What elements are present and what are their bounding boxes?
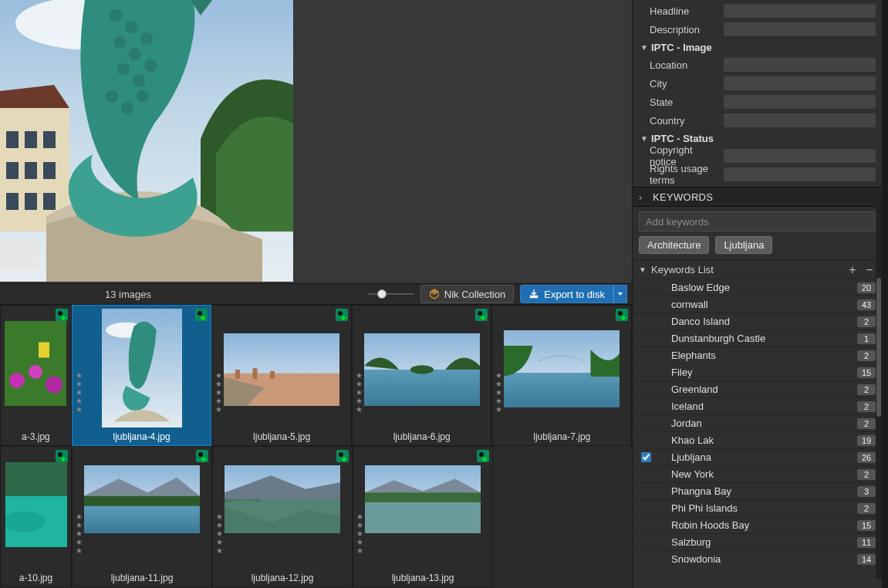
- keyword-list-item[interactable]: Salzburg 11: [633, 533, 882, 550]
- keyword-count: 11: [857, 537, 876, 548]
- keyword-list-item[interactable]: Jordan 2: [633, 414, 882, 431]
- keyword-name: Salzburg: [657, 536, 853, 548]
- add-keywords-input[interactable]: Add keywords: [639, 211, 876, 231]
- svg-point-25: [121, 102, 133, 114]
- svg-rect-27: [0, 239, 39, 270]
- export-badge-icon: [475, 309, 488, 321]
- thumbnail[interactable]: ★★★★★ ljubljana-11.jpg: [72, 446, 212, 587]
- export-to-disk-button[interactable]: Export to disk: [520, 285, 613, 303]
- keyword-tag[interactable]: Architecture: [639, 236, 709, 254]
- svg-point-21: [144, 59, 157, 72]
- keyword-list-item[interactable]: Baslow Edge 20: [633, 279, 882, 296]
- disclosure-triangle-icon: ▼: [640, 134, 648, 143]
- thumbnail-filename: a-3.jpg: [1, 431, 71, 442]
- keyword-list-item[interactable]: Greenland 2: [633, 380, 882, 397]
- keyword-list-item[interactable]: Danco Island 2: [633, 313, 882, 329]
- svg-rect-57: [365, 502, 481, 533]
- keyword-list-item[interactable]: cornwall 43: [633, 296, 882, 313]
- rating-stars[interactable]: ★★★★★: [356, 513, 363, 555]
- field-input[interactable]: [724, 149, 876, 163]
- svg-point-22: [117, 63, 130, 76]
- iptc-image-section[interactable]: ▼ IPTC - Image: [639, 39, 876, 56]
- field-input[interactable]: [724, 167, 876, 181]
- keyword-list-item[interactable]: Khao Lak 19: [633, 431, 882, 448]
- field-label: City: [639, 78, 719, 90]
- svg-rect-8: [25, 131, 37, 148]
- svg-point-31: [29, 365, 42, 379]
- keyword-checkbox[interactable]: [639, 452, 653, 462]
- svg-rect-56: [365, 492, 481, 502]
- keyword-count: 2: [857, 418, 876, 429]
- keyword-list-item[interactable]: Ljubljana 26: [633, 448, 882, 465]
- keyword-list-item[interactable]: Phangna Bay 3: [633, 482, 882, 499]
- thumbnail-size-slider[interactable]: [368, 289, 414, 299]
- thumbnail[interactable]: ★★★★★ ljubljana-4.jpg: [72, 305, 212, 446]
- export-dropdown-button[interactable]: [613, 285, 627, 303]
- thumbnail[interactable]: ★★★★★ ljubljana-7.jpg: [491, 305, 632, 446]
- keyword-name: Iceland: [657, 400, 853, 412]
- field-input[interactable]: [724, 58, 876, 72]
- keyword-name: Filey: [657, 367, 853, 378]
- field-input[interactable]: [724, 76, 876, 90]
- keyword-list-item[interactable]: Dunstanburgh Castle 1: [633, 329, 882, 346]
- keyword-count: 20: [857, 282, 876, 293]
- rating-stars[interactable]: ★★★★★: [215, 372, 222, 414]
- svg-rect-12: [43, 162, 56, 179]
- rating-stars[interactable]: ★★★★★: [216, 513, 223, 555]
- thumbnail[interactable]: ★★★★★ ljubljana-5.jpg: [211, 305, 352, 446]
- field-input[interactable]: [724, 4, 876, 18]
- keyword-list-item[interactable]: Elephants 2: [633, 346, 882, 363]
- svg-rect-15: [43, 193, 56, 210]
- svg-rect-40: [270, 371, 275, 379]
- keyword-name: cornwall: [657, 299, 853, 310]
- keyword-list-item[interactable]: Filey 15: [633, 363, 882, 380]
- thumbnail-filename: ljubljana-7.jpg: [492, 431, 631, 442]
- field-input[interactable]: [724, 113, 876, 127]
- svg-rect-7: [6, 131, 19, 148]
- preview-image: [0, 0, 293, 282]
- rating-stars[interactable]: ★★★★★: [76, 372, 83, 414]
- remove-keyword-icon[interactable]: −: [863, 263, 876, 277]
- add-keyword-icon[interactable]: +: [846, 263, 859, 277]
- keyword-name: Danco Island: [657, 316, 853, 327]
- export-icon: [528, 289, 539, 299]
- metadata-field: Headline: [639, 2, 876, 20]
- keyword-name: Baslow Edge: [657, 282, 853, 293]
- keyword-count: 2: [857, 401, 876, 412]
- keywords-list-header[interactable]: ▼ Keywords List + −: [633, 260, 882, 279]
- metadata-field: State: [639, 93, 876, 111]
- thumbnail[interactable]: ★★★★★ ljubljana-13.jpg: [353, 446, 493, 587]
- keyword-name: Greenland: [657, 384, 853, 395]
- keyword-tag[interactable]: Ljubljana: [715, 236, 772, 254]
- rating-stars[interactable]: ★★★★★: [495, 372, 502, 414]
- keyword-name: Khao Lak: [657, 434, 853, 446]
- thumbnail[interactable]: ★★★★★ ljubljana-12.jpg: [212, 446, 353, 587]
- preview-area[interactable]: [0, 0, 632, 283]
- field-input[interactable]: [724, 95, 876, 109]
- field-input[interactable]: [724, 22, 876, 36]
- keyword-list-item[interactable]: Phi Phi Islands 2: [633, 499, 882, 516]
- rating-stars[interactable]: ★★★★★: [76, 513, 83, 555]
- export-badge-icon: [616, 309, 628, 321]
- thumbnail[interactable]: ★★★★★ ljubljana-6.jpg: [352, 305, 492, 446]
- field-label: Location: [639, 59, 719, 71]
- keyword-list-item[interactable]: Iceland 2: [633, 397, 882, 414]
- thumbnail-filename: ljubljana-6.jpg: [353, 431, 491, 442]
- thumbnail-filename: ljubljana-12.jpg: [213, 573, 352, 583]
- right-scrollbar[interactable]: [876, 201, 882, 579]
- keyword-name: Phangna Bay: [657, 485, 853, 497]
- field-label: Description: [639, 24, 719, 35]
- thumbnail[interactable]: a-10.jpg: [0, 446, 72, 587]
- svg-rect-47: [5, 462, 67, 496]
- keywords-panel-header[interactable]: › KEYWORDS: [633, 187, 882, 207]
- nik-collection-button[interactable]: Nik Collection: [420, 285, 514, 303]
- keyword-count: 15: [857, 367, 876, 378]
- keyword-list-item[interactable]: Snowdonia 14: [633, 550, 882, 567]
- thumbnail-strip[interactable]: a-3.jpg ★★★★★ ljubljana-4.jpg ★★★★★ ljub…: [0, 305, 632, 588]
- metadata-field: Location: [639, 56, 876, 74]
- keyword-list-item[interactable]: New York 2: [633, 465, 882, 482]
- keyword-list-item[interactable]: Robin Hoods Bay 15: [633, 516, 882, 533]
- thumbnail[interactable]: a-3.jpg: [0, 305, 72, 446]
- thumbnail-filename: a-10.jpg: [1, 573, 71, 583]
- rating-stars[interactable]: ★★★★★: [356, 372, 363, 414]
